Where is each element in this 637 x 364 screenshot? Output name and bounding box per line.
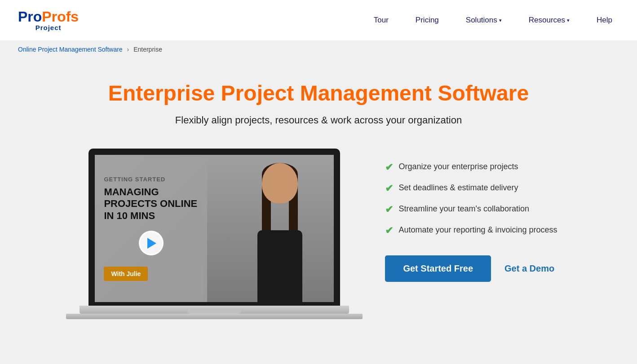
play-button[interactable] [139, 231, 164, 255]
logo-profs: Profs [42, 9, 79, 25]
main-nav: Tour Pricing Solutions ▾ Resources ▾ Hel… [367, 11, 619, 29]
breadcrumb-separator: › [127, 46, 129, 53]
play-button-area [104, 231, 198, 255]
logo-project: Project [35, 24, 62, 31]
feature-item-3: ✔ Streamline your team's collaboration [385, 204, 557, 215]
managing-title: MANAGING PROJECTS ONLINE IN 10 MINS [104, 186, 198, 222]
hero-section: Enterprise Project Management Software F… [0, 58, 637, 346]
features-area: ✔ Organize your enterprise projects ✔ Se… [385, 149, 557, 282]
nav-pricing[interactable]: Pricing [409, 11, 446, 29]
nav-tour[interactable]: Tour [367, 11, 395, 29]
logo-wordmark: ProProfs [18, 9, 79, 24]
header: ProProfs Project Tour Pricing Solutions … [0, 0, 637, 40]
feature-item-4: ✔ Automate your reporting & invoicing pr… [385, 225, 557, 237]
laptop-screen: GETTING STARTED MANAGING PROJECTS ONLINE… [88, 149, 340, 306]
feature-text-3: Streamline your team's collaboration [398, 204, 529, 214]
get-demo-link[interactable]: Get a Demo [504, 263, 554, 274]
breadcrumb-link[interactable]: Online Project Management Software [18, 46, 123, 53]
logo[interactable]: ProProfs Project [18, 9, 79, 31]
feature-text-4: Automate your reporting & invoicing proc… [398, 225, 557, 235]
hero-title: Enterprise Project Management Software [108, 81, 529, 105]
person-figure [235, 158, 325, 302]
with-julie-badge: With Julie [104, 267, 148, 281]
feature-text-2: Set deadlines & estimate delivery [398, 183, 518, 193]
nav-resources[interactable]: Resources ▾ [522, 11, 576, 29]
nav-help[interactable]: Help [590, 11, 619, 29]
checkmark-icon-4: ✔ [385, 225, 393, 237]
laptop-bottom [66, 314, 363, 319]
person-body [257, 230, 302, 302]
content-row: GETTING STARTED MANAGING PROJECTS ONLINE… [49, 149, 588, 319]
breadcrumb-current: Enterprise [133, 46, 162, 53]
logo-pro: Pro [18, 9, 42, 25]
video-text-area: GETTING STARTED MANAGING PROJECTS ONLINE… [95, 155, 207, 302]
get-started-button[interactable]: Get Started Free [385, 255, 491, 282]
feature-item-1: ✔ Organize your enterprise projects [385, 162, 557, 173]
checkmark-icon-1: ✔ [385, 162, 393, 173]
nav-solutions[interactable]: Solutions ▾ [459, 11, 509, 29]
solutions-chevron-icon: ▾ [499, 18, 502, 23]
person-area [203, 155, 334, 302]
feature-text-1: Organize your enterprise projects [398, 162, 518, 171]
checkmark-icon-2: ✔ [385, 183, 393, 194]
cta-row: Get Started Free Get a Demo [385, 255, 557, 282]
getting-started-label: GETTING STARTED [104, 176, 198, 183]
video-container: GETTING STARTED MANAGING PROJECTS ONLINE… [80, 149, 349, 319]
feature-item-2: ✔ Set deadlines & estimate delivery [385, 183, 557, 194]
play-icon [147, 238, 156, 249]
video-background: GETTING STARTED MANAGING PROJECTS ONLINE… [95, 155, 334, 302]
checkmark-icon-3: ✔ [385, 204, 393, 215]
resources-chevron-icon: ▾ [567, 18, 570, 23]
laptop-base [80, 306, 349, 314]
person-head [262, 163, 298, 203]
breadcrumb: Online Project Management Software › Ent… [0, 40, 637, 58]
hero-subtitle: Flexibly align projects, resources & wor… [175, 114, 462, 126]
